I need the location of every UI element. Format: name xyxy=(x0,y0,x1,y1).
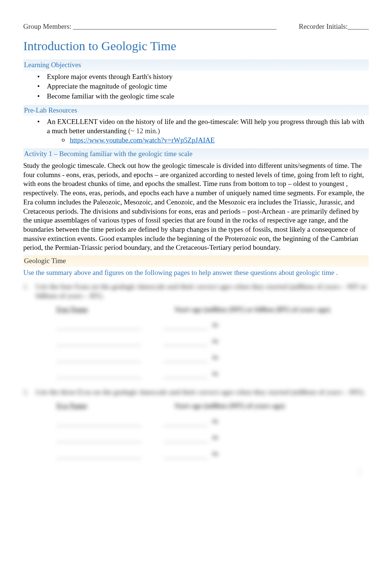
prelab-text: An EXCELLENT video on the history of lif… xyxy=(47,118,364,135)
video-link[interactable]: https://www.youtube.com/watch?v=rWp5ZpJA… xyxy=(70,136,215,144)
geologic-time-instruction: Use the summary above and figures on the… xyxy=(23,268,369,277)
recorder-initials-field[interactable]: Recorder Initials:______ xyxy=(299,22,369,31)
blank-field[interactable] xyxy=(164,452,208,459)
blank-field[interactable] xyxy=(56,323,141,330)
table-row xyxy=(56,339,369,346)
page-number: 1 xyxy=(23,468,369,477)
prelab-sublist: https://www.youtube.com/watch?v=rWp5ZpJA… xyxy=(47,136,369,145)
blank-field[interactable] xyxy=(56,355,141,362)
blank-field[interactable] xyxy=(164,323,208,330)
blank-field[interactable] xyxy=(164,355,208,362)
question-number: 2. xyxy=(23,388,31,397)
blank-field[interactable] xyxy=(164,420,208,426)
prelab-list: An EXCELLENT video on the history of lif… xyxy=(23,117,369,145)
list-item: https://www.youtube.com/watch?v=rWp5ZpJA… xyxy=(62,136,369,145)
group-members-field[interactable]: Group Members: _________________________… xyxy=(23,22,276,31)
blank-field[interactable] xyxy=(56,436,141,442)
table-row xyxy=(56,355,369,362)
geologic-time-heading: Geologic Time xyxy=(23,255,369,267)
list-item: Explore major events through Earth's his… xyxy=(39,72,369,82)
blank-field[interactable] xyxy=(56,452,141,459)
question-row: 1. List the four Eons on the geologic ti… xyxy=(23,282,369,300)
page-title: Introduction to Geologic Time xyxy=(23,38,369,54)
table-row xyxy=(56,436,369,442)
blank-field[interactable] xyxy=(164,372,208,378)
question-row: 2. List the three Eras on the geologic t… xyxy=(23,388,369,397)
column-header: Start age (million (MY) of years ago) xyxy=(175,401,285,411)
table-row xyxy=(56,420,369,426)
question-number: 1. xyxy=(23,282,31,300)
prelab-heading: Pre-Lab Resources xyxy=(23,105,369,116)
table-header: Era Name Start age (million (MY) of year… xyxy=(56,401,369,411)
table-row xyxy=(56,452,369,459)
table-header: Eon Name Start age (million (MY) or bill… xyxy=(56,305,369,314)
column-header: Eon Name xyxy=(56,305,152,314)
answer-table: Era Name Start age (million (MY) of year… xyxy=(56,401,369,459)
duration-note: (~ 12 min.) xyxy=(128,127,160,135)
list-item: An EXCELLENT video on the history of lif… xyxy=(39,117,369,145)
activity1-heading: Activity 1 – Becoming familiar with the … xyxy=(23,148,369,160)
table-row xyxy=(56,372,369,378)
blank-field[interactable] xyxy=(56,372,141,378)
blurred-content: 1. List the four Eons on the geologic ti… xyxy=(23,282,369,477)
blank-field[interactable] xyxy=(164,339,208,346)
blank-field[interactable] xyxy=(56,420,141,426)
column-header: Start age (million (MY) or billion (BY) … xyxy=(175,305,330,314)
learning-objectives-heading: Learning Objectives xyxy=(23,59,369,71)
list-item: Appreciate the magnitude of geologic tim… xyxy=(39,82,369,91)
document-header: Group Members: _________________________… xyxy=(23,22,369,31)
list-item: Become familiar with the geologic time s… xyxy=(39,92,369,101)
activity1-body: Study the geologic timescale. Check out … xyxy=(23,161,369,252)
table-row xyxy=(56,323,369,330)
column-header: Era Name xyxy=(56,401,152,411)
question-text: List the four Eons on the geologic times… xyxy=(36,282,369,300)
blank-field[interactable] xyxy=(164,436,208,442)
learning-objectives-list: Explore major events through Earth's his… xyxy=(23,72,369,101)
question-text: List the three Eras on the geologic time… xyxy=(36,388,369,397)
answer-table: Eon Name Start age (million (MY) or bill… xyxy=(56,305,369,379)
blank-field[interactable] xyxy=(56,339,141,346)
